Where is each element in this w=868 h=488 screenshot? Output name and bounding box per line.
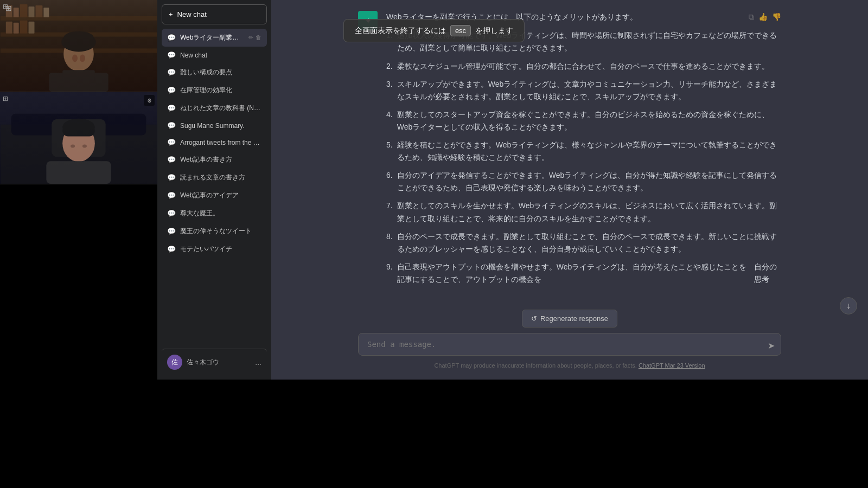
chat-icon-3: 💬 (167, 86, 176, 94)
svg-point-28 (82, 144, 87, 147)
list-text-3: スキルアップができます。Webライティングは、文章力やコミュニケーション力、リサ… (397, 78, 781, 103)
list-text-6: 自分のアイデアを発信することができます。Webライティングは、自分が得た知識や経… (397, 169, 781, 194)
sidebar: + New chat 💬 Webライター副業メリット10 ✏ 🗑 💬 New c… (157, 0, 271, 380)
list-num-6: 6. (386, 169, 393, 194)
chat-footer-note: ChatGPT may produce inaccurate informati… (358, 362, 781, 369)
chat-icon-11: 💬 (167, 227, 176, 235)
chat-icon-1: 💬 (167, 51, 176, 59)
sidebar-item-arrogant[interactable]: 💬 Arrogant tweets from the evil k (162, 134, 267, 151)
chat-icon-10: 💬 (167, 209, 176, 217)
list-item-9: 9. 自己表現やアウトプットの機会を増やせます。Webライティングは、自分が考え… (386, 261, 781, 286)
message-content: Webライターを副業で行うことには、以下のようなメリットがあります。 ⧉ 👍 👎… (386, 11, 781, 291)
sidebar-item-text-6: Arrogant tweets from the evil k (180, 139, 261, 146)
sidebar-item-action-icons-0: ✏ 🗑 (248, 34, 261, 41)
list-num-9: 9. (386, 261, 393, 286)
list-partial-text: 自分の思考 (754, 261, 781, 286)
chat-icon-8: 💬 (167, 174, 176, 182)
sidebar-item-text-7: Web記事の書き方 (180, 155, 261, 164)
sidebar-item-hard-composition[interactable]: 💬 難しい構成の要点 (162, 63, 267, 81)
grid-icon: ⊞ (5, 4, 12, 12)
webcam-feed-2: ⊞ ⚙ (0, 92, 157, 184)
svg-point-17 (80, 54, 85, 62)
sidebar-item-webchat-active[interactable]: 💬 Webライター副業メリット10 ✏ 🗑 (162, 29, 267, 47)
message-input-wrap: ➤ (358, 333, 781, 358)
list-item-2: 2. 柔軟なスケジュール管理が可能です。自分の都合に合わせて、自分のペースで仕事… (386, 60, 781, 73)
regenerate-label: Regenerate response (540, 314, 608, 323)
webcam-settings-icon[interactable]: ⚙ (144, 95, 155, 106)
top-bar: ⊞ (0, 0, 868, 16)
webcam-panel: ⊞ ⊞ (0, 0, 157, 380)
sidebar-item-text-1: New chat (180, 52, 261, 59)
svg-rect-26 (46, 161, 111, 184)
list-item-6: 6. 自分のアイデアを発信することができます。Webライティングは、自分が得た知… (386, 169, 781, 194)
sidebar-item-text-10: 尊大な魔王。 (180, 209, 261, 218)
sidebar-item-demon-tweet[interactable]: 💬 魔王の偉そうなツイート (162, 222, 267, 240)
chat-icon-5: 💬 (167, 121, 176, 130)
list-item-5: 5. 経験を積むことができます。Webライティングは、様々なジャンルや業界のテー… (386, 139, 781, 164)
sidebar-item-text-5: Sugu Mane Summary. (180, 122, 261, 130)
sidebar-item-text-0: Webライター副業メリット10 (180, 33, 244, 42)
chat-input-area: ↺ Regenerate response ➤ ChatGPT may prod… (271, 303, 868, 380)
chat-messages: ✦ Webライターを副業で行うことには、以下のようなメリットがあります。 ⧉ 👍… (271, 0, 868, 303)
chat-icon-6: 💬 (167, 138, 176, 146)
sidebar-item-sugu[interactable]: 💬 Sugu Mane Summary. (162, 117, 267, 134)
list-num-2: 2. (386, 60, 393, 73)
svg-rect-11 (20, 21, 28, 34)
list-num-4: 4. (386, 108, 393, 133)
message-input[interactable] (358, 333, 781, 356)
send-icon[interactable]: ➤ (768, 341, 775, 351)
edit-icon-0[interactable]: ✏ (248, 34, 253, 41)
chat-icon-4: 💬 (167, 104, 176, 112)
scroll-down-button[interactable]: ↓ (840, 297, 857, 314)
list-text-4: 副業としてのスタートアップ資金を稼ぐことができます。自分のビジネスを始めるための… (397, 108, 781, 133)
fullscreen-text-before: 全画面表示を終了するには (355, 26, 446, 36)
list-text-5: 経験を積むことができます。Webライティングは、様々なジャンルや業界のテーマにつ… (397, 139, 781, 164)
svg-point-27 (71, 144, 75, 147)
sidebar-item-text-2: 難しい構成の要点 (180, 68, 261, 77)
esc-key: esc (450, 25, 471, 36)
user-more-icon[interactable]: ... (255, 358, 261, 367)
list-num-5: 5. (386, 139, 393, 164)
sidebar-item-web-idea[interactable]: 💬 Web記事のアイデア (162, 187, 267, 204)
sidebar-item-new-chat[interactable]: 💬 New chat (162, 47, 267, 63)
delete-icon-0[interactable]: 🗑 (256, 34, 261, 41)
list-text-2: 柔軟なスケジュール管理が可能です。自分の都合に合わせて、自分のペースで仕事を進め… (397, 60, 769, 73)
sidebar-item-web-article[interactable]: 💬 Web記事の書き方 (162, 151, 267, 169)
fullscreen-text-after: を押します (475, 26, 513, 36)
chat-main: ✦ Webライターを副業で行うことには、以下のようなメリットがあります。 ⧉ 👍… (271, 0, 868, 380)
gpt-message: ✦ Webライターを副業で行うことには、以下のようなメリットがあります。 ⧉ 👍… (358, 11, 781, 291)
footer-note-text: ChatGPT may produce inaccurate informati… (434, 362, 636, 369)
sidebar-item-great-demon[interactable]: 💬 尊大な魔王。 (162, 204, 267, 222)
chat-icon-9: 💬 (167, 191, 176, 200)
svg-rect-9 (6, 22, 12, 34)
sidebar-item-twisted[interactable]: 💬 ねじれた文章の教科書 (Nejireta (162, 99, 267, 117)
sidebar-user[interactable]: 佐 佐々木ゴウ ... (162, 349, 267, 375)
black-bottom-area (0, 380, 868, 488)
chat-icon-12: 💬 (167, 245, 176, 253)
sidebar-item-text-4: ねじれた文章の教科書 (Nejireta (180, 104, 261, 113)
list-item-3: 3. スキルアップができます。Webライティングは、文章力やコミュニケーション力… (386, 78, 781, 103)
sidebar-item-text-3: 在庫管理の効率化 (180, 86, 261, 95)
chat-panel: + New chat 💬 Webライター副業メリット10 ✏ 🗑 💬 New c… (157, 0, 868, 380)
list-item-8: 8. 自分のペースで成長できます。副業として取り組むことで、自分のペースで成長で… (386, 230, 781, 255)
webcam-2-label: ⊞ (3, 95, 8, 102)
svg-rect-19 (62, 70, 95, 81)
webcam-2-grid-icon: ⊞ (3, 95, 8, 102)
list-num-7: 7. (386, 200, 393, 224)
user-name: 佐々木ゴウ (187, 358, 251, 367)
sidebar-item-inventory[interactable]: 💬 在庫管理の効率化 (162, 81, 267, 99)
sidebar-item-text-9: Web記事のアイデア (180, 191, 261, 200)
sidebar-item-readable[interactable]: 💬 読まれる文章の書き方 (162, 169, 267, 187)
regenerate-button[interactable]: ↺ Regenerate response (522, 310, 617, 328)
footer-link[interactable]: ChatGPT Mar 23 Version (639, 362, 705, 369)
list-text-7: 副業としてのスキルを生かせます。Webライティングのスキルは、ビジネスにおいて広… (397, 200, 781, 224)
sidebar-item-text-11: 魔王の偉そうなツイート (180, 227, 261, 236)
user-avatar: 佐 (167, 355, 182, 370)
response-list: 1. 追加収入の獲得が可能です。Webライティングは、時間や場所に制限されずに自… (386, 29, 781, 286)
list-num-3: 3. (386, 78, 393, 103)
sidebar-item-mote-batuichi[interactable]: 💬 モテたいバツイチ (162, 240, 267, 258)
svg-point-15 (63, 31, 94, 44)
list-text-9: 自己表現やアウトプットの機会を増やせます。Webライティングは、自分が考えたこと… (397, 261, 750, 286)
regenerate-icon: ↺ (531, 314, 537, 323)
webcam-empty-space (0, 184, 157, 380)
